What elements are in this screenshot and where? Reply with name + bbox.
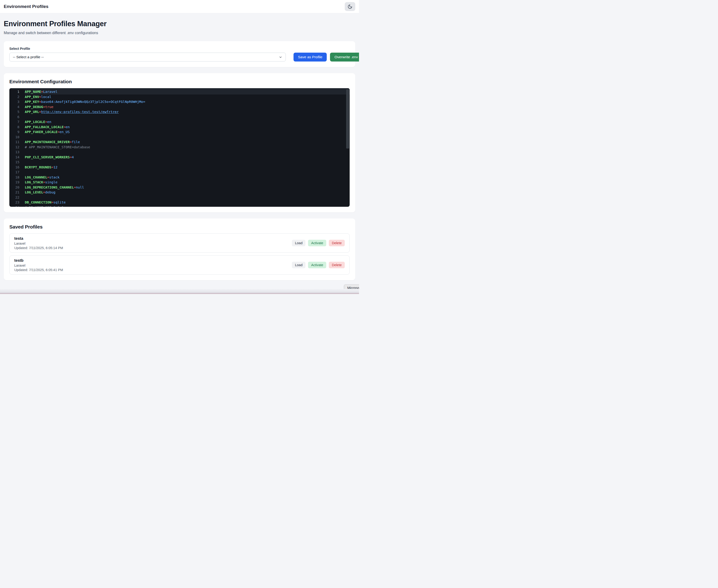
line-number: 4: [9, 105, 25, 110]
editor-line-19[interactable]: 19LOG_STACK=single: [9, 180, 350, 185]
line-code: APP_ENV=local: [25, 94, 350, 100]
editor-line-16[interactable]: 16BCRYPT_ROUNDS=12: [9, 165, 350, 170]
token-key: APP_MAINTENANCE_DRIVER: [25, 140, 70, 144]
token-eq: =: [51, 165, 54, 169]
token-eq: =: [39, 110, 41, 114]
profile-select[interactable]: -- Select a profile --: [9, 52, 286, 62]
profile-app-label: Laravel: [14, 241, 63, 245]
token-key: APP_FAKER_LOCALE: [25, 130, 58, 134]
line-code: PHP_CLI_SERVER_WORKERS=4: [25, 155, 350, 160]
line-code: [25, 160, 350, 165]
editor-line-11[interactable]: 11APP_MAINTENANCE_DRIVER=file: [9, 140, 350, 145]
profile-info: testaLaravelUpdated: 7/11/2025, 6:05:14 …: [14, 236, 63, 250]
token-val: 4: [72, 155, 74, 159]
editor-line-15[interactable]: 15: [9, 160, 350, 165]
token-key: LOG_DEPRECATIONS_CHANNEL: [25, 186, 74, 189]
env-editor[interactable]: 1APP_NAME=Laravel2APP_ENV=local3APP_KEY=…: [9, 88, 350, 207]
editor-line-10[interactable]: 10: [9, 135, 350, 140]
token-eq: =: [45, 120, 47, 124]
token-eq: =: [70, 140, 72, 144]
token-comment: # APP_MAINTENANCE_STORE=database: [25, 145, 90, 149]
line-number: 3: [9, 99, 25, 105]
editor-scrollbar-thumb[interactable]: [346, 89, 349, 148]
line-code: # DB_HOST=127.0.0.1: [25, 205, 350, 207]
token-eq: =: [41, 90, 43, 93]
overwrite-env-button[interactable]: Overwrite .env: [330, 52, 359, 62]
chevron-down-icon: [279, 56, 282, 59]
line-code: DB_CONNECTION=sqlite: [25, 200, 350, 205]
editor-line-5[interactable]: 5APP_URL=http://env-profiles-test.test/e…: [9, 109, 350, 114]
line-number: 2: [9, 94, 25, 100]
line-code: LOG_STACK=single: [25, 180, 350, 185]
editor-line-4[interactable]: 4APP_DEBUG=true: [9, 105, 350, 110]
line-code: [25, 114, 350, 120]
line-number: 13: [9, 150, 25, 155]
line-code: APP_KEY=base64:AeofjkTig03WNvQQz3Tjpl2C5…: [25, 99, 350, 105]
editor-line-1[interactable]: 1APP_NAME=Laravel: [9, 89, 350, 94]
editor-line-9[interactable]: 9APP_FAKER_LOCALE=en_US: [9, 130, 350, 135]
editor-line-18[interactable]: 18LOG_CHANNEL=stack: [9, 175, 350, 180]
line-code: [25, 135, 350, 140]
token-val: file: [72, 140, 80, 144]
theme-toggle-button[interactable]: [345, 2, 355, 11]
token-val: Laravel: [43, 90, 58, 93]
editor-line-8[interactable]: 8APP_FALLBACK_LOCALE=en: [9, 125, 350, 130]
editor-line-3[interactable]: 3APP_KEY=base64:AeofjkTig03WNvQQz3Tjpl2C…: [9, 99, 350, 105]
line-number: 24: [9, 205, 25, 207]
token-key: APP_URL: [25, 110, 39, 114]
editor-line-21[interactable]: 21LOG_LEVEL=debug: [9, 190, 350, 195]
page-subtitle: Manage and switch between different .env…: [4, 31, 355, 35]
token-key: APP_NAME: [25, 90, 41, 93]
line-number: 15: [9, 160, 25, 165]
line-code: LOG_CHANNEL=stack: [25, 175, 350, 180]
line-number: 20: [9, 185, 25, 190]
delete-button-testa[interactable]: Delete: [329, 240, 345, 246]
token-comment: # DB_HOST=127.0.0.1: [25, 206, 64, 207]
token-key: APP_KEY: [25, 100, 39, 104]
token-val: en: [47, 120, 51, 124]
line-code: [25, 170, 350, 175]
editor-line-12[interactable]: 12# APP_MAINTENANCE_STORE=database: [9, 145, 350, 150]
line-number: 16: [9, 165, 25, 170]
token-eq: =: [39, 95, 41, 99]
token-val: single: [45, 180, 57, 184]
activate-button-testa[interactable]: Activate: [308, 240, 326, 246]
page-content: Environment Profiles Manager Manage and …: [0, 20, 359, 280]
profile-app-label: Laravel: [14, 264, 63, 267]
load-button-testa[interactable]: Load: [292, 240, 305, 246]
line-code: APP_NAME=Laravel: [25, 89, 350, 94]
token-bool: true: [45, 105, 53, 109]
token-key: APP_ENV: [25, 95, 39, 99]
line-code: LOG_DEPRECATIONS_CHANNEL=null: [25, 185, 350, 190]
token-eq: =: [51, 201, 54, 204]
activate-button-testb[interactable]: Activate: [308, 262, 326, 268]
profile-selector-card: Select Profile -- Select a profile -- Sa…: [4, 41, 355, 67]
line-code: [25, 150, 350, 155]
editor-line-13[interactable]: 13: [9, 150, 350, 155]
line-number: 18: [9, 175, 25, 180]
editor-line-14[interactable]: 14PHP_CLI_SERVER_WORKERS=4: [9, 155, 350, 160]
profile-updated-timestamp: Updated: 7/11/2025, 6:05:41 PM: [14, 268, 63, 272]
editor-line-20[interactable]: 20LOG_DEPRECATIONS_CHANNEL=null: [9, 185, 350, 190]
save-as-profile-button[interactable]: Save as Profile: [294, 52, 327, 62]
profile-actions: LoadActivateDelete: [292, 240, 345, 246]
line-code: APP_URL=http://env-profiles-test.test/ew…: [25, 109, 350, 114]
editor-line-23[interactable]: 23DB_CONNECTION=sqlite: [9, 200, 350, 205]
line-code: APP_DEBUG=true: [25, 105, 350, 110]
editor-lines: 1APP_NAME=Laravel2APP_ENV=local3APP_KEY=…: [9, 89, 350, 207]
editor-line-22[interactable]: 22: [9, 195, 350, 200]
line-code: APP_FALLBACK_LOCALE=en: [25, 125, 350, 130]
saved-profiles-heading: Saved Profiles: [9, 224, 350, 230]
moon-icon: [347, 4, 353, 9]
editor-line-7[interactable]: 7APP_LOCALE=en: [9, 120, 350, 125]
editor-line-2[interactable]: 2APP_ENV=local: [9, 94, 350, 100]
editor-line-6[interactable]: 6: [9, 114, 350, 120]
editor-line-17[interactable]: 17: [9, 170, 350, 175]
profile-name: testb: [14, 258, 63, 262]
load-button-testb[interactable]: Load: [292, 262, 305, 268]
token-val: debug: [45, 190, 56, 194]
delete-button-testb[interactable]: Delete: [329, 262, 345, 268]
profile-name: testa: [14, 236, 63, 241]
editor-line-24[interactable]: 24# DB_HOST=127.0.0.1: [9, 205, 350, 207]
line-number: 9: [9, 130, 25, 135]
